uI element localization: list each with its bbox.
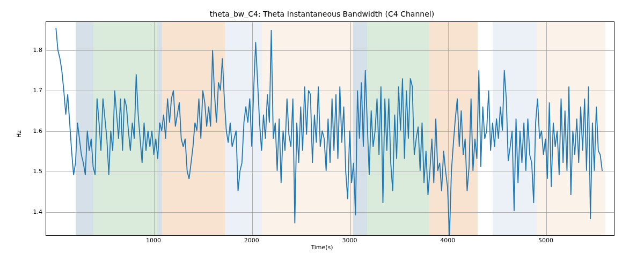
figure: theta_bw_C4: Theta Instantaneous Bandwid… (0, 0, 644, 268)
x-tick-label: 1000 (146, 237, 161, 244)
x-axis-label: Time(s) (0, 244, 644, 251)
chart-title: theta_bw_C4: Theta Instantaneous Bandwid… (0, 10, 644, 18)
y-tick-label: 1.6 (30, 127, 42, 134)
plot-svg (46, 22, 614, 235)
x-tick-label: 2000 (244, 237, 259, 244)
y-tick-label: 1.4 (30, 208, 42, 215)
y-tick-label: 1.8 (30, 46, 42, 53)
plot-axes (46, 21, 614, 236)
y-tick-label: 1.7 (30, 87, 42, 94)
series-line (56, 28, 602, 235)
x-tick-label: 5000 (538, 237, 553, 244)
y-tick-label: 1.5 (30, 168, 42, 175)
x-tick-label: 3000 (342, 237, 357, 244)
y-axis-label: Hz (16, 130, 23, 138)
x-tick-label: 4000 (440, 237, 455, 244)
